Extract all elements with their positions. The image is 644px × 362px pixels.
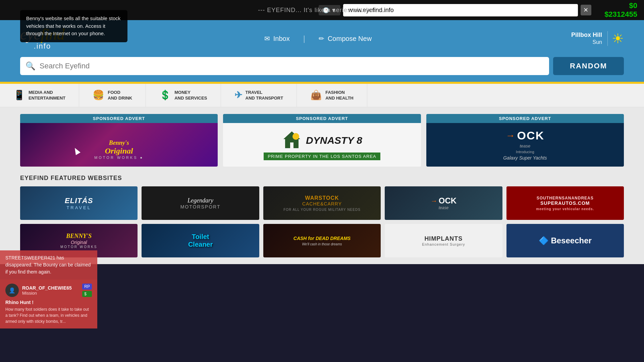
money-bottom: $2312455 bbox=[604, 10, 637, 19]
bennys-original: Original bbox=[94, 146, 144, 156]
dock-galaxy: Galaxy Super Yachts bbox=[503, 155, 547, 161]
warstock-content: WARSTOCK CACHE&CARRY FOR ALL YOUR ROGUE … bbox=[283, 195, 361, 212]
player-name: ROAR_OF_CHEWIE65 bbox=[22, 285, 72, 291]
sponsored-label-1: SPONSORED ADVERT bbox=[20, 114, 218, 123]
search-input[interactable] bbox=[40, 57, 544, 75]
compose-icon: ✏ bbox=[319, 35, 324, 43]
dynasty-name-text: DYNASTY 8 bbox=[306, 135, 362, 146]
dock-tease-label: tease bbox=[520, 143, 530, 148]
dynasty-ad-content: DYNASTY 8 PRIME PROPERTY IN THE LOS SANT… bbox=[223, 123, 421, 167]
fashion-label: FASHION AND HEALTH bbox=[325, 90, 354, 101]
bounty-notice: STREETSWEEPER421 has disappeared. The Bo… bbox=[0, 250, 97, 280]
inbox-label: Inbox bbox=[273, 35, 290, 43]
dynasty-subtitle: PRIME PROPERTY IN THE LOS SANTOS AREA bbox=[264, 153, 380, 160]
money-label: MONEY AND SERVICES bbox=[174, 90, 207, 101]
warstock-carry: CACHE&CARRY bbox=[283, 201, 361, 206]
featured-himplants[interactable]: HIMPLANTS Enhancement Surgery bbox=[385, 224, 502, 257]
featured-warstock[interactable]: WARSTOCK CACHE&CARRY FOR ALL YOUR ROGUE … bbox=[263, 186, 381, 220]
category-fashion[interactable]: 👜 FASHION AND HEALTH bbox=[297, 84, 367, 107]
inbox-icon: ✉ bbox=[264, 35, 270, 43]
inbox-link[interactable]: ✉ Inbox bbox=[264, 35, 290, 43]
dock2-content: → OCK tease bbox=[431, 196, 457, 210]
svg-point-1 bbox=[292, 133, 299, 140]
money-icon: 💲 bbox=[159, 89, 171, 101]
top-bar: Benny's website sells all the suitable s… bbox=[0, 0, 644, 20]
toilet-content: Toilet Cleaner bbox=[188, 233, 213, 248]
elitas-name: ELITÁS bbox=[65, 196, 93, 205]
cash-content: CASH for DEAD DREAMS We'll cash in those… bbox=[293, 236, 351, 246]
category-media[interactable]: 📱 MEDIA AND ENTERTAINMENT bbox=[0, 84, 79, 107]
random-button[interactable]: RANDOM bbox=[553, 57, 624, 75]
southern-name2: SUPERAUTOS.COM bbox=[536, 200, 594, 206]
southern-sub: meeting your vehicular needs. bbox=[536, 207, 594, 211]
rp-badge: RP bbox=[82, 284, 92, 290]
himplants-content: HIMPLANTS Enhancement Surgery bbox=[422, 235, 465, 246]
toilet-title: Toilet bbox=[188, 233, 213, 241]
legendary-motorsport-text: MOTORSPORT bbox=[180, 204, 221, 209]
category-travel[interactable]: ✈ TRAVEL AND TRANSPORT bbox=[221, 84, 297, 107]
featured-grid-row1: ELITÁS TRAVEL Legendary MOTORSPORT WARST… bbox=[20, 186, 624, 220]
travel-label: TRAVEL AND TRANSPORT bbox=[246, 90, 283, 101]
travel-icon: ✈ bbox=[234, 89, 242, 101]
bennys-ad-content: Benny's Original MOTOR WORKS ● bbox=[94, 139, 144, 160]
mission-type: Mission bbox=[22, 291, 72, 296]
featured-docktease2[interactable]: → OCK tease bbox=[385, 186, 502, 220]
player-info: ROAR_OF_CHEWIE65 Mission bbox=[22, 285, 72, 296]
featured-title: EYEFIND FEATURED WEBSITES bbox=[20, 175, 624, 182]
sponsored-label-2: SPONSORED ADVERT bbox=[223, 114, 421, 123]
cash-sub: We'll cash in those dreams bbox=[293, 242, 351, 246]
mission-header: 👤 ROAR_OF_CHEWIE65 Mission RP $ bbox=[5, 284, 92, 297]
media-icon: 📱 bbox=[13, 89, 25, 101]
dynasty-name: DYNASTY 8 bbox=[306, 135, 362, 146]
featured-legendary[interactable]: Legendary MOTORSPORT bbox=[142, 186, 259, 220]
featured-cash[interactable]: CASH for DEAD DREAMS We'll cash in those… bbox=[263, 224, 381, 257]
sponsored-row: SPONSORED ADVERT Benny's Original MOTOR … bbox=[20, 114, 624, 167]
random-label: RANDOM bbox=[570, 62, 607, 70]
sponsored-bennys[interactable]: SPONSORED ADVERT Benny's Original MOTOR … bbox=[20, 114, 218, 167]
nav-separator: | bbox=[303, 34, 305, 43]
sponsored-dynasty8[interactable]: SPONSORED ADVERT DYNASTY 8 PRIME PROPERT… bbox=[223, 114, 421, 167]
featured-beseecher[interactable]: 🔷 Beseecher bbox=[506, 224, 624, 257]
sun-icon: ☀ bbox=[612, 31, 624, 46]
dynasty-logo: DYNASTY 8 bbox=[282, 130, 362, 151]
bennys2-original: Original bbox=[60, 240, 98, 245]
himplants-sub: Enhancement Surgery bbox=[422, 242, 465, 246]
legendary-title-text: Legendary bbox=[180, 197, 221, 204]
dock2-ock: OCK bbox=[439, 196, 457, 205]
weather-location: Pillbox Hill Sun bbox=[571, 31, 602, 46]
category-food[interactable]: 🍔 FOOD AND DRINK bbox=[79, 84, 146, 107]
beseecher-title: 🔷 Beseecher bbox=[539, 236, 592, 245]
money-badge: $ bbox=[82, 291, 92, 297]
location-name: Pillbox Hill bbox=[571, 31, 602, 39]
compose-label: Compose New bbox=[328, 35, 372, 43]
warstock-name: WARSTOCK bbox=[283, 195, 361, 201]
dock-arrow-icon: → bbox=[506, 130, 515, 141]
nav-links: ✉ Inbox | ✏ Compose New bbox=[85, 34, 551, 43]
sponsored-docktease[interactable]: SPONSORED ADVERT → OCK tease Introducing… bbox=[426, 114, 624, 167]
dock-ad-content: → OCK tease Introducing Galaxy Super Yac… bbox=[426, 123, 624, 167]
tooltip-text: Benny's website sells all the suitable s… bbox=[26, 15, 120, 36]
featured-southern[interactable]: SOUTHERNSANANDREAS SUPERAUTOS.COM meetin… bbox=[506, 186, 624, 220]
beseecher-content: 🔷 Beseecher bbox=[539, 236, 592, 245]
mission-title: Rhino Hunt ! bbox=[5, 300, 92, 305]
featured-toilet[interactable]: Toilet Cleaner bbox=[142, 224, 259, 257]
url-close-button[interactable]: ✕ bbox=[581, 5, 591, 15]
food-label: FOOD AND DRINK bbox=[108, 90, 132, 101]
dock2-logo: → OCK bbox=[431, 196, 457, 205]
legendary-content: Legendary MOTORSPORT bbox=[180, 197, 221, 209]
warstock-sub: FOR ALL YOUR ROGUE MILITARY NEEDS bbox=[283, 208, 361, 212]
fashion-icon: 👜 bbox=[310, 89, 322, 101]
cash-title: CASH for DEAD DREAMS bbox=[293, 236, 351, 241]
bennys-motorworks: MOTOR WORKS ● bbox=[94, 156, 144, 160]
bottom-overlay: STREETSWEEPER421 has disappeared. The Bo… bbox=[0, 250, 97, 328]
featured-grid-row2: BENNY'S Original MOTOR WORKS Toilet Clea… bbox=[20, 224, 624, 257]
southern-content: SOUTHERNSANANDREAS SUPERAUTOS.COM meetin… bbox=[536, 196, 594, 211]
southern-name1: SOUTHERNSANANDREAS bbox=[536, 196, 594, 200]
main-content: SPONSORED ADVERT Benny's Original MOTOR … bbox=[0, 107, 644, 264]
category-money[interactable]: 💲 MONEY AND SERVICES bbox=[146, 84, 221, 107]
media-label: MEDIA AND ENTERTAINMENT bbox=[29, 90, 65, 101]
money-top: $0 bbox=[604, 1, 637, 10]
tooltip-box: Benny's website sells all the suitable s… bbox=[20, 10, 127, 42]
compose-link[interactable]: ✏ Compose New bbox=[319, 35, 372, 43]
featured-elitas[interactable]: ELITÁS TRAVEL bbox=[20, 186, 138, 220]
